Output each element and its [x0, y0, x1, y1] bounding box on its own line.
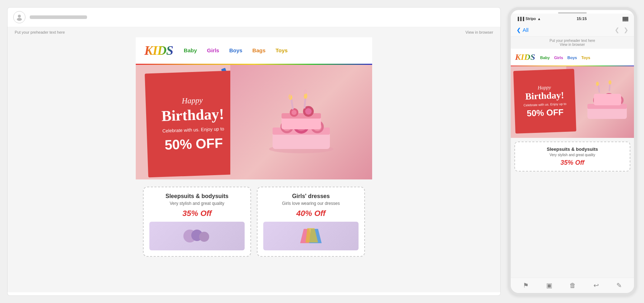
phone-nav-item-boys[interactable]: Boys [567, 54, 577, 61]
right-panel: ▐▐▐ Stripo ▲ 15:15 ▓▓ ❮ All ❮ ❯ Put your… [508, 0, 644, 303]
view-in-browser-link[interactable]: View in browser [466, 30, 493, 34]
nav-link-toys[interactable]: Toys [275, 47, 288, 53]
svg-point-19 [305, 108, 312, 115]
svg-point-41 [596, 82, 599, 86]
phone-body[interactable]: Put your preheader text here View in bro… [511, 37, 634, 278]
product-image-1 [263, 222, 359, 250]
phone-product-desc-0: Very stylish and great quality [519, 153, 625, 157]
email-content: KIDS Baby Girls Boys Bags [136, 37, 372, 257]
phone-status-bar: ▐▐▐ Stripo ▲ 15:15 ▓▓ [511, 14, 634, 24]
wifi-icon: ▲ [537, 17, 541, 21]
reply-icon[interactable]: ↩ [593, 282, 599, 289]
phone-nav-item-baby[interactable]: Baby [540, 54, 550, 61]
email-preview-window: Put your preheader text here View in bro… [7, 7, 501, 296]
nav-link-boys[interactable]: Boys [229, 47, 242, 53]
sender-avatar [13, 11, 25, 23]
phone-hero: Happy Birthday! Celebrate with us. Enjoy… [511, 66, 634, 138]
svg-rect-39 [597, 85, 600, 93]
product-desc-0: Very stylish and great quality [149, 201, 245, 206]
trash-icon[interactable]: 🗑 [569, 282, 576, 289]
phone-nav: KIDS Baby Girls Boys Toys [511, 49, 634, 66]
preheader-bar: Put your preheader text here View in bro… [8, 27, 500, 37]
hero-red-box: Happy Birthday! Celebrate with us. Enjoy… [145, 71, 241, 178]
phone-back-button[interactable]: ❮ All [516, 27, 529, 33]
back-label[interactable]: All [523, 27, 529, 33]
hero-off-text: 50% OFF [164, 135, 223, 153]
svg-point-1 [17, 18, 22, 21]
next-arrow-icon[interactable]: ❯ [624, 27, 628, 33]
nav-link-bags[interactable]: Bags [253, 47, 266, 53]
email-subject-bar [30, 15, 87, 19]
nav-item-baby[interactable]: Baby [184, 47, 197, 54]
nav-item-toys[interactable]: Toys [275, 47, 288, 54]
phone-frame: ▐▐▐ Stripo ▲ 15:15 ▓▓ ❮ All ❮ ❯ Put your… [508, 7, 637, 296]
hero-cake-image [230, 65, 372, 179]
left-panel: Put your preheader text here View in bro… [0, 0, 508, 303]
phone-nav-link-baby[interactable]: Baby [540, 56, 550, 60]
hero-banner: Happy Birthday! Celebrate with us. Enjoy… [136, 65, 372, 179]
phone-nav-link-girls[interactable]: Girls [554, 56, 563, 60]
svg-point-26 [199, 232, 209, 242]
phone-hero-birthday: Birthday! [525, 91, 564, 101]
product-card-0: Sleepsuits & bodysuits Very stylish and … [143, 187, 251, 257]
hero-happy-text: Happy [182, 96, 203, 106]
svg-point-17 [292, 110, 297, 115]
phone-product-discount-0: 35% Off [519, 159, 625, 167]
battery-icon: ▓▓ [623, 16, 628, 21]
phone-signal: ▐▐▐ Stripo ▲ [516, 17, 541, 21]
phone-preheader: Put your preheader text here View in bro… [511, 37, 634, 49]
phone-nav-item-toys[interactable]: Toys [581, 54, 590, 61]
email-nav: KIDS Baby Girls Boys Bags [136, 37, 372, 65]
phone-hero-celebrate: Celebrate with us. Enjoy up to [523, 102, 566, 107]
carrier-name: Stripo [525, 17, 536, 21]
svg-rect-15 [282, 113, 321, 119]
product-card-1: Girls' dresses Girls love wearing our dr… [257, 187, 365, 257]
svg-rect-38 [594, 94, 621, 105]
phone-nav-link-toys[interactable]: Toys [581, 56, 590, 60]
phone-products: Sleepsuits & bodysuits Very stylish and … [511, 138, 634, 178]
phone-hero-happy: Happy [538, 85, 551, 91]
svg-point-42 [609, 80, 611, 85]
phone-email-content: KIDS Baby Girls Boys Toys [511, 49, 634, 178]
nav-link-baby[interactable]: Baby [184, 47, 197, 53]
phone-nav-bar: ❮ All ❮ ❯ [511, 24, 634, 37]
phone-preheader-text: Put your preheader text here [515, 39, 630, 43]
phone-nav-item-girls[interactable]: Girls [554, 54, 563, 61]
product-title-1: Girls' dresses [263, 193, 359, 199]
nav-item-bags[interactable]: Bags [253, 47, 266, 54]
phone-hero-discount: 50% OFF [527, 107, 564, 119]
product-discount-1: 40% Off [263, 209, 359, 218]
phone-time: 15:15 [577, 16, 587, 21]
signal-bars-icon: ▐▐▐ [516, 17, 524, 21]
flag-icon[interactable]: ⚑ [523, 282, 529, 289]
phone-product-card-0: Sleepsuits & bodysuits Very stylish and … [514, 141, 630, 172]
product-desc-1: Girls love wearing our dresses [263, 201, 359, 206]
phone-nav-arrows: ❮ ❯ [615, 27, 628, 33]
email-body-scroll[interactable]: Put your preheader text here View in bro… [8, 27, 500, 292]
svg-rect-40 [609, 83, 611, 91]
product-discount-0: 35% Off [149, 209, 245, 218]
products-grid: Sleepsuits & bodysuits Very stylish and … [136, 179, 372, 257]
nav-item-girls[interactable]: Girls [207, 47, 219, 54]
product-image-0 [149, 222, 245, 250]
phone-view-browser[interactable]: View in browser [515, 43, 630, 47]
nav-link-girls[interactable]: Girls [207, 47, 219, 53]
phone-nav-link-boys[interactable]: Boys [567, 56, 577, 60]
phone-nav-links: Baby Girls Boys Toys [540, 54, 590, 61]
hero-birthday-text: Birthday! [161, 106, 224, 124]
phone-hero-cake-image [566, 66, 634, 138]
kids-logo: KIDS [144, 43, 173, 58]
prev-arrow-icon[interactable]: ❮ [615, 27, 619, 33]
nav-links: Baby Girls Boys Bags Toys [184, 47, 288, 54]
svg-point-0 [18, 15, 21, 18]
phone-hero-red-box: Happy Birthday! Celebrate with us. Enjoy… [513, 69, 576, 134]
phone-product-title-0: Sleepsuits & bodysuits [519, 146, 625, 152]
back-chevron-icon: ❮ [516, 27, 521, 33]
preheader-text: Put your preheader text here [15, 30, 65, 34]
phone-kids-logo: KIDS [515, 52, 535, 62]
folder-icon[interactable]: ▣ [546, 282, 552, 289]
phone-bottom-toolbar: ⚑ ▣ 🗑 ↩ ✎ [511, 278, 634, 293]
email-window-header [8, 8, 500, 27]
compose-icon[interactable]: ✎ [616, 282, 622, 289]
nav-item-boys[interactable]: Boys [229, 47, 242, 54]
